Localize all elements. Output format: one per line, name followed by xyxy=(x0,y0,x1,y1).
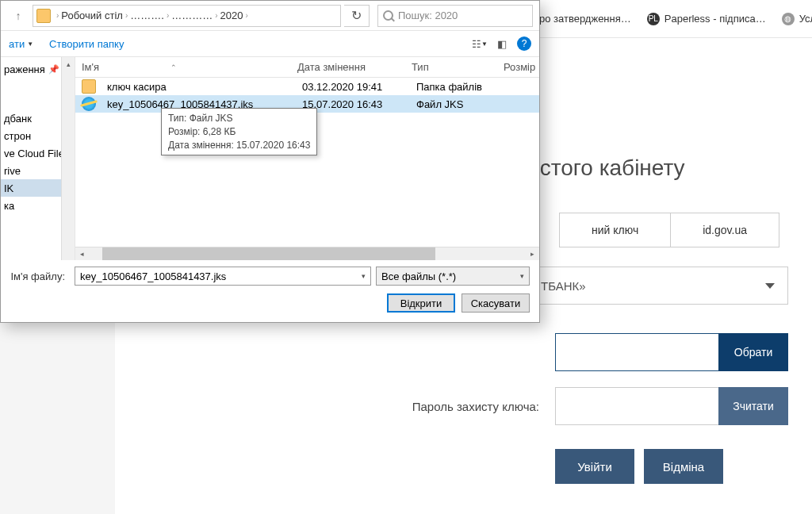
dialog-cancel-button[interactable]: Скасувати xyxy=(462,293,530,313)
tab-idgovua[interactable]: id.gov.ua xyxy=(670,213,779,247)
dialog-sidebar: раження📌 дбанк строн ve Cloud File rive … xyxy=(1,57,75,260)
file-type: Файл JKS xyxy=(410,98,502,110)
preview-pane-button[interactable]: ◧ xyxy=(493,35,511,52)
dialog-footer: Ім'я файлу: key_10506467_1005841437.jks … xyxy=(1,260,539,322)
column-size[interactable]: Розмір xyxy=(497,61,535,73)
login-button[interactable]: Увійти xyxy=(555,449,634,484)
chevron-right-icon: › xyxy=(213,11,220,20)
bookmark-item[interactable]: ◍ Услуги xyxy=(782,13,812,25)
tab-key[interactable]: ний ключ xyxy=(559,213,671,247)
file-date: 03.12.2020 19:41 xyxy=(296,81,410,93)
new-folder-button[interactable]: Створити папку xyxy=(49,38,124,50)
dialog-toolbar: ати▼ Створити папку ☷ ▼ ◧ ? xyxy=(1,31,539,56)
refresh-button[interactable]: ↻ xyxy=(344,5,370,27)
folder-icon xyxy=(82,79,96,94)
pin-icon: 📌 xyxy=(48,64,59,75)
column-type[interactable]: Тип xyxy=(405,61,497,73)
scroll-left-arrow[interactable]: ◂ xyxy=(75,247,89,260)
organize-menu[interactable]: ати▼ xyxy=(9,38,33,50)
page-title: истого кабінету xyxy=(527,155,788,181)
breadcrumb-segment[interactable]: 2020 xyxy=(220,10,243,21)
nav-up-button[interactable]: ↑ xyxy=(7,5,29,27)
ie-file-icon xyxy=(82,97,96,111)
file-name: ключ касира xyxy=(101,81,296,93)
breadcrumb-path[interactable]: › Робочий стіл › ………. › ………… › 2020 › xyxy=(33,5,341,27)
open-button[interactable]: Відкрити xyxy=(387,293,455,313)
file-list-pane: Ім'я⌃ Дата змінення Тип Розмір ключ каси… xyxy=(75,57,539,260)
globe-icon: ◍ xyxy=(782,13,795,25)
bank-dropdown[interactable]: ТБАНК» xyxy=(527,267,788,305)
bank-dropdown-value: ТБАНК» xyxy=(541,279,765,293)
breadcrumb-segment[interactable]: Робочий стіл xyxy=(61,10,123,21)
scroll-right-arrow[interactable]: ▸ xyxy=(526,247,539,260)
search-placeholder: Пошук: 2020 xyxy=(398,10,458,21)
sidebar-scrollbar[interactable]: ▴ xyxy=(61,57,75,260)
password-label: Пароль захисту ключа: xyxy=(289,400,555,413)
column-date[interactable]: Дата змінення xyxy=(291,61,405,73)
chevron-right-icon: › xyxy=(243,11,250,20)
folder-icon xyxy=(36,9,51,23)
bookmark-label: ро затвердження… xyxy=(539,13,631,25)
cancel-button[interactable]: Відміна xyxy=(644,449,723,484)
bookmark-item[interactable]: ро затвердження… xyxy=(539,13,631,25)
bookmark-item[interactable]: PL Paperless - підписа… xyxy=(647,13,766,25)
read-button[interactable]: Зчитати xyxy=(718,387,788,425)
file-tooltip: Тип: Файл JKS Розмір: 6,28 КБ Дата зміне… xyxy=(161,108,317,155)
tooltip-line: Дата змінення: 15.07.2020 16:43 xyxy=(168,139,310,152)
bookmark-label: Paperless - підписа… xyxy=(665,13,766,25)
column-headers: Ім'я⌃ Дата змінення Тип Розмір xyxy=(75,57,539,78)
chevron-down-icon: ▾ xyxy=(520,272,524,280)
search-field[interactable]: Пошук: 2020 xyxy=(377,5,533,27)
chevron-right-icon: › xyxy=(54,11,61,20)
help-button[interactable]: ? xyxy=(517,36,531,51)
select-file-button[interactable]: Обрати xyxy=(718,333,788,371)
sort-asc-icon: ⌃ xyxy=(170,63,177,71)
column-name[interactable]: Ім'я⌃ xyxy=(75,61,291,73)
breadcrumb-segment[interactable]: ………. xyxy=(130,10,164,21)
filename-label: Ім'я файлу: xyxy=(10,270,70,282)
bookmark-label: Услуги xyxy=(799,13,812,25)
scroll-thumb[interactable] xyxy=(102,247,435,260)
tooltip-line: Тип: Файл JKS xyxy=(168,112,310,125)
breadcrumb-segment[interactable]: ………… xyxy=(171,10,213,21)
chevron-right-icon: › xyxy=(123,11,130,20)
file-open-dialog: ↑ › Робочий стіл › ………. › ………… › 2020 › … xyxy=(0,0,540,323)
horizontal-scrollbar[interactable]: ◂ ▸ xyxy=(75,247,539,260)
filename-input[interactable]: key_10506467_1005841437.jks ▾ xyxy=(75,267,371,286)
dialog-nav-bar: ↑ › Робочий стіл › ………. › ………… › 2020 › … xyxy=(1,1,539,31)
pl-icon: PL xyxy=(647,13,660,25)
chevron-down-icon: ▾ xyxy=(362,272,366,280)
file-type-filter[interactable]: Все файлы (*.*) ▾ xyxy=(376,267,530,286)
file-type: Папка файлів xyxy=(410,81,502,93)
chevron-right-icon: › xyxy=(164,11,171,20)
file-row[interactable]: ключ касира 03.12.2020 19:41 Папка файлі… xyxy=(75,78,539,95)
key-file-input[interactable] xyxy=(555,333,718,371)
scroll-up-arrow[interactable]: ▴ xyxy=(62,57,75,71)
search-icon xyxy=(383,10,393,21)
chevron-down-icon xyxy=(765,283,775,289)
password-input[interactable] xyxy=(555,387,718,425)
tooltip-line: Розмір: 6,28 КБ xyxy=(168,125,310,139)
chevron-down-icon: ▼ xyxy=(27,40,33,48)
view-options-button[interactable]: ☷ ▼ xyxy=(471,35,488,52)
